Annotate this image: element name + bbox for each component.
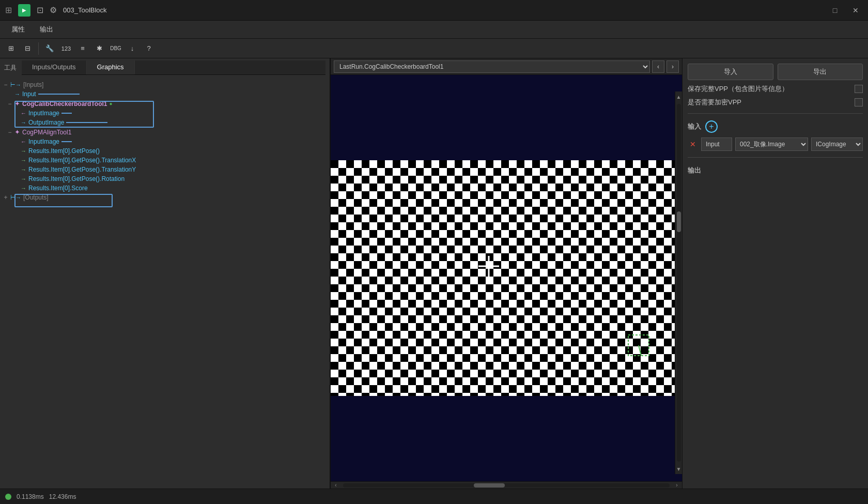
outputs-label: [Outputs]: [23, 194, 49, 201]
green-marker-icon: [623, 330, 654, 361]
output-section-label: 输出: [688, 166, 863, 175]
export-button[interactable]: 导出: [778, 64, 863, 80]
settings-icon[interactable]: ⚙: [50, 5, 57, 15]
tool-btn-wrench[interactable]: 🔧: [42, 41, 57, 56]
tool-btn-list[interactable]: ≡: [75, 41, 90, 56]
right-top-buttons: 导入 导出: [688, 64, 863, 80]
input-source-select[interactable]: 002_取像.Image 001_取像.Image 003_取像.Image: [735, 138, 808, 151]
input-name-text: Input: [706, 141, 720, 148]
tab-inputs-outputs[interactable]: Inputs/Outputs: [22, 60, 87, 74]
titlebar: ⊞ ▶ ⊡ ⚙ 003_ToolBlock □ ✕: [0, 0, 868, 21]
result-0-label: Results.Item[0].GetPose(): [28, 147, 100, 155]
import-button[interactable]: 导入: [688, 64, 773, 80]
collapse-inputs-icon[interactable]: −: [3, 81, 8, 88]
divider-1: [688, 113, 863, 114]
tree-node-inputs[interactable]: − ⊢→ [Inputs]: [0, 80, 330, 89]
tabs-row: Inputs/Outputs Graphics: [22, 60, 326, 75]
scrollbar-track-h[interactable]: [343, 483, 670, 487]
input-label: Input: [22, 90, 36, 98]
tree-node-inputimage1[interactable]: ← InputImage: [0, 109, 330, 118]
scrollbar-thumb-h[interactable]: [474, 483, 505, 487]
cog-tool1-label: CogCalibCheckerboardTool1: [22, 100, 107, 108]
tree-node-input[interactable]: → Input: [0, 89, 330, 99]
scrollbar-thumb-v[interactable]: [677, 211, 681, 232]
scrollbar-track-v[interactable]: [677, 104, 681, 462]
menu-output[interactable]: 输出: [34, 22, 59, 37]
center-panel: LastRun.CogCalibCheckerboardTool1 ‹ ›: [331, 58, 682, 488]
svg-line-2: [639, 345, 641, 356]
checker-board-container: [331, 75, 682, 481]
maximize-button[interactable]: □: [828, 3, 842, 18]
tab-graphics[interactable]: Graphics: [87, 60, 135, 74]
input-image-label-2: InputImage: [28, 138, 59, 145]
add-input-button[interactable]: +: [705, 120, 718, 133]
tree-node-result-1[interactable]: → Results.Item[0].GetPose().TranslationX: [0, 156, 330, 165]
tree-node-outputimage[interactable]: → OutputImage: [0, 118, 330, 127]
menubar: 属性 输出: [0, 21, 868, 39]
image-source-select[interactable]: LastRun.CogCalibCheckerboardTool1: [334, 60, 650, 73]
tree-node-result-2[interactable]: → Results.Item[0].GetPose().TranslationY: [0, 165, 330, 174]
status-time2: 12.436ms: [49, 493, 76, 500]
collapse-align-icon[interactable]: −: [7, 129, 12, 136]
result-4-label: Results.Item[0].Score: [28, 185, 88, 192]
save-vpp-label: 保存完整VPP（包含图片等信息）: [688, 84, 850, 94]
toolbar-separator-1: [38, 42, 39, 55]
image-dark-bottom: [331, 396, 682, 481]
save-icon[interactable]: ⊡: [37, 5, 43, 15]
tree-area: − ⊢→ [Inputs] → Input − ✦ CogCalibChecke…: [0, 77, 330, 488]
delete-input-button[interactable]: ✕: [688, 139, 698, 149]
result-3-label: Results.Item[0].GetPose().Rotation: [28, 175, 125, 182]
tool-btn-dbg[interactable]: DBG: [108, 41, 123, 56]
crosshair-icon: [473, 253, 504, 279]
menu-properties[interactable]: 属性: [5, 22, 31, 37]
statusbar: 0.1138ms 12.436ms: [0, 488, 868, 504]
left-panel: 工具 Inputs/Outputs Graphics − ⊢→ [Inputs]…: [0, 58, 331, 488]
close-button[interactable]: ✕: [848, 3, 863, 18]
save-vpp-row: 保存完整VPP（包含图片等信息）: [688, 84, 863, 94]
encrypt-vpp-checkbox[interactable]: [855, 98, 863, 106]
save-vpp-checkbox[interactable]: [855, 85, 863, 93]
scroll-down-btn[interactable]: ▼: [675, 464, 683, 474]
image-nav-prev[interactable]: ‹: [652, 60, 664, 73]
tree-node-inputimage2[interactable]: ← InputImage: [0, 137, 330, 146]
scroll-up-btn[interactable]: ▲: [675, 91, 683, 102]
image-scrollbar-h: ‹ ›: [331, 481, 682, 488]
collapse-outputs-icon[interactable]: +: [3, 194, 8, 201]
tree-node-cog-tool1[interactable]: − ✦ CogCalibCheckerboardTool1 ●: [0, 99, 330, 109]
scroll-right-btn[interactable]: ›: [672, 482, 682, 489]
input-type-select[interactable]: ICogImage ICogRecord String Double: [811, 138, 863, 151]
tool-btn-star[interactable]: ✱: [91, 41, 107, 56]
tool-btn-down[interactable]: ↓: [125, 41, 140, 56]
panel-header: 工具 Inputs/Outputs Graphics: [0, 58, 330, 77]
status-indicator: [5, 494, 11, 500]
toolbar: ⊞ ⊟ 🔧 123 ≡ ✱ DBG ↓ ?: [0, 39, 868, 58]
output-image-label: OutputImage: [28, 119, 64, 126]
app-icon: ⊞: [5, 5, 12, 15]
tree-node-outputs[interactable]: + ⊢→ [Outputs]: [0, 193, 330, 202]
input-data-row: ✕ Input 002_取像.Image 001_取像.Image 003_取像…: [688, 138, 863, 151]
scroll-left-btn[interactable]: ‹: [331, 482, 341, 489]
result-1-label: Results.Item[0].GetPose().TranslationX: [28, 157, 136, 164]
input-image-label-1: InputImage: [28, 110, 59, 117]
image-view: ▲ ▼: [331, 75, 682, 481]
image-toolbar: LastRun.CogCalibCheckerboardTool1 ‹ ›: [331, 58, 682, 75]
image-scrollbar-v: ▲ ▼: [675, 91, 682, 474]
status-dot-cog1: ●: [109, 101, 112, 106]
divider-2: [688, 157, 863, 158]
tool-btn-123[interactable]: 123: [58, 41, 74, 56]
tool-btn-grid[interactable]: ⊞: [3, 41, 19, 56]
tree-node-result-0[interactable]: → Results.Item[0].GetPose(): [0, 146, 330, 156]
tool-btn-minus[interactable]: ⊟: [20, 41, 35, 56]
right-panel: 导入 导出 保存完整VPP（包含图片等信息） 是否需要加密VPP 输入 + ✕ …: [682, 58, 868, 488]
status-time1: 0.1138ms: [17, 493, 44, 500]
window-title: 003_ToolBlock: [63, 6, 822, 14]
run-button[interactable]: ▶: [18, 4, 30, 17]
collapse-cog1-icon[interactable]: −: [7, 100, 12, 108]
tool-btn-help[interactable]: ?: [141, 41, 157, 56]
tree-node-cog-align[interactable]: − ✦ CogPMAlignTool1: [0, 127, 330, 137]
tree-node-result-3[interactable]: → Results.Item[0].GetPose().Rotation: [0, 174, 330, 184]
input-name-box: Input: [701, 138, 732, 151]
image-nav-next[interactable]: ›: [667, 60, 679, 73]
inputs-label: [Inputs]: [23, 81, 43, 88]
tree-node-result-4[interactable]: → Results.Item[0].Score: [0, 184, 330, 193]
